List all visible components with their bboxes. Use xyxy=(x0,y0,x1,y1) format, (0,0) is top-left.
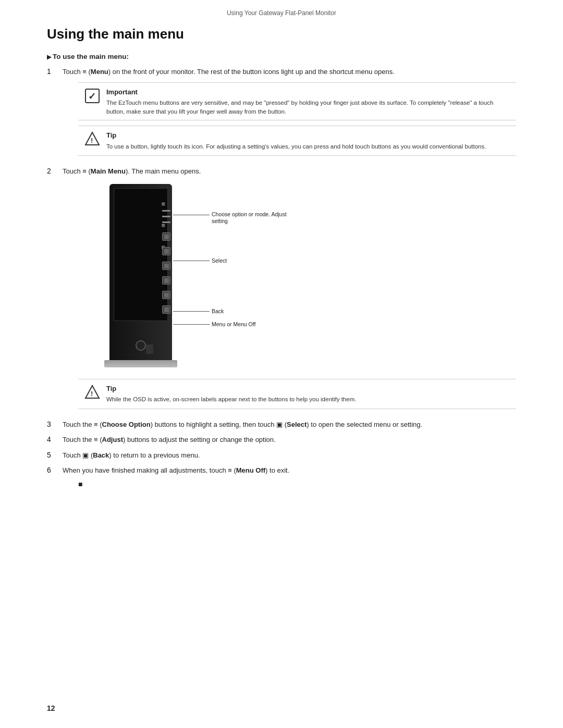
step-6: 6 When you have finished making all adju… xyxy=(47,465,516,490)
step-4: 4 Touch the ≡ (Adjust) buttons to adjust… xyxy=(47,435,516,445)
step-num-3: 3 xyxy=(47,419,63,428)
important-icon: ✓ xyxy=(84,88,101,108)
svg-text:!: ! xyxy=(91,390,93,398)
monitor-image: ≡ ≡ ≡ xyxy=(78,184,313,372)
page-header: Using Your Gateway Flat-Panel Monitor xyxy=(0,0,563,21)
step-text-2: Touch ≡ (Main Menu). The main menu opens… xyxy=(63,166,516,414)
tip-icon-2: ! xyxy=(84,385,101,404)
tip-text-1: To use a button, lightly touch its icon.… xyxy=(106,142,486,151)
annotation-choose: Choose option or mode. Adjustsetting xyxy=(173,211,287,225)
tip-callout-2: ! Tip While the OSD is active, on-screen… xyxy=(78,379,516,409)
tip-icon-1: ! xyxy=(84,131,101,151)
page-title: Using the main menu xyxy=(47,26,516,42)
step-num-2: 2 xyxy=(47,166,63,175)
step-num-4: 4 xyxy=(47,435,63,443)
step-num-5: 5 xyxy=(47,450,63,459)
svg-text:!: ! xyxy=(91,137,93,144)
tip-title-2: Tip xyxy=(106,384,356,394)
procedure-header: To use the main menu: xyxy=(47,53,516,60)
tip-title-1: Tip xyxy=(106,130,486,141)
step-text-4: Touch the ≡ (Adjust) buttons to adjust t… xyxy=(63,435,516,445)
important-title: Important xyxy=(106,87,510,97)
step-text-1: Touch ≡ (Menu) on the front of your moni… xyxy=(63,67,516,161)
annotation-menu-off: Menu or Menu Off xyxy=(173,320,255,329)
important-callout: ✓ Important The EzTouch menu buttons are… xyxy=(78,82,516,121)
step-text-6: When you have finished making all adjust… xyxy=(63,465,516,490)
important-text: The EzTouch menu buttons are very sensit… xyxy=(106,98,510,116)
annotation-select: Select xyxy=(173,257,227,265)
step-2: 2 Touch ≡ (Main Menu). The main menu ope… xyxy=(47,166,516,414)
page-number: 12 xyxy=(47,704,55,712)
annotation-back: Back xyxy=(173,307,224,316)
step-num-1: 1 xyxy=(47,67,63,76)
step-5: 5 Touch ▣ (Back) to return to a previous… xyxy=(47,450,516,461)
step-1: 1 Touch ≡ (Menu) on the front of your mo… xyxy=(47,67,516,161)
step-3: 3 Touch the ≡ (Choose Option) buttons to… xyxy=(47,419,516,430)
svg-text:✓: ✓ xyxy=(88,91,96,102)
end-marker: ■ xyxy=(78,479,516,490)
step-text-5: Touch ▣ (Back) to return to a previous m… xyxy=(63,450,516,461)
step-num-6: 6 xyxy=(47,465,63,474)
tip-text-2: While the OSD is active, on-screen label… xyxy=(106,395,356,404)
tip-callout-1: ! Tip To use a button, lightly touch its… xyxy=(78,126,516,156)
step-text-3: Touch the ≡ (Choose Option) buttons to h… xyxy=(63,419,516,430)
